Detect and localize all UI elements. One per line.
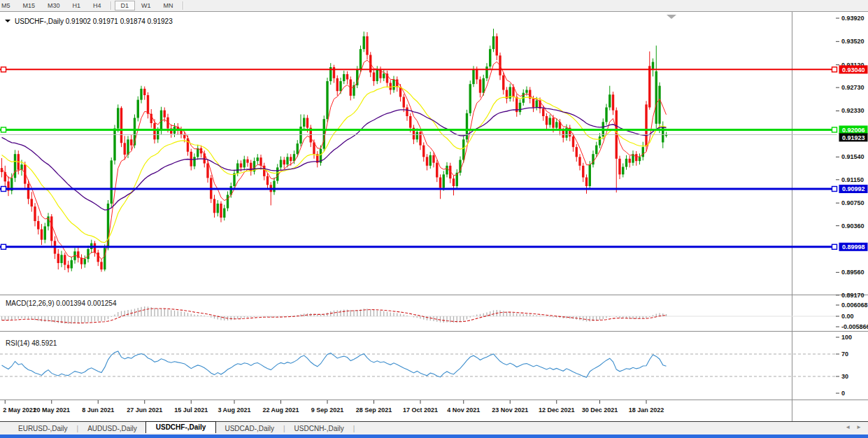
timeframe-button-m5[interactable]: M5 xyxy=(0,1,17,10)
candle xyxy=(605,107,607,122)
level-handle[interactable] xyxy=(832,127,837,132)
candle xyxy=(629,159,631,163)
macd-label: MACD(12,26,9) 0.001394 0.001254 xyxy=(6,299,117,307)
timeframe-button-h4[interactable]: H4 xyxy=(87,1,108,10)
candle xyxy=(422,146,425,157)
candle xyxy=(343,74,345,81)
timeframe-button-w1[interactable]: W1 xyxy=(135,1,157,10)
timeframe-button-mn[interactable]: MN xyxy=(157,1,180,10)
tab-divider: | xyxy=(353,425,356,432)
toolbar-separator xyxy=(111,1,112,10)
date-axis-label: 4 Nov 2021 xyxy=(447,407,480,414)
candle xyxy=(323,119,325,148)
candle xyxy=(383,73,385,78)
candle xyxy=(326,81,328,119)
candle xyxy=(662,126,664,142)
candle xyxy=(157,131,159,139)
level-handle[interactable] xyxy=(1,67,6,72)
macd-pane xyxy=(0,306,837,324)
candle xyxy=(143,89,145,95)
rsi-scale-label: 30 xyxy=(841,373,848,380)
tab-scroll-right-icon[interactable]: ► xyxy=(853,424,865,430)
candle xyxy=(120,108,122,143)
rsi-pane xyxy=(2,351,667,377)
timeframe-button-d1[interactable]: D1 xyxy=(115,1,136,10)
candle xyxy=(562,131,564,138)
candle xyxy=(652,62,654,69)
candle xyxy=(485,66,488,78)
candle xyxy=(336,78,339,91)
date-axis-label: 23 Nov 2021 xyxy=(492,407,528,414)
level-handle[interactable] xyxy=(832,186,837,191)
rsi-scale-label: 70 xyxy=(841,351,848,358)
price-axis-label: 0.90360 xyxy=(841,222,865,229)
price-axis-label: 0.89170 xyxy=(841,292,865,299)
candle xyxy=(483,78,485,93)
candle xyxy=(390,83,392,90)
candle xyxy=(625,159,627,167)
tab-audusd-daily[interactable]: AUDUSD-,Daily xyxy=(79,424,145,433)
tab-eurusd-daily[interactable]: EURUSD-,Daily xyxy=(10,424,76,433)
candle xyxy=(609,94,611,107)
chart-shift-marker-icon[interactable] xyxy=(667,15,676,19)
date-axis-label: 17 Oct 2021 xyxy=(403,407,438,414)
symbol-title: USDCHF-,Daily 0.91902 0.91971 0.91874 0.… xyxy=(15,17,173,25)
date-axis-label: 18 Jan 2022 xyxy=(629,407,664,414)
level-handle[interactable] xyxy=(832,244,837,249)
trading-terminal: M5M15M30H1H4D1W1MN 0.939200.935200.93120… xyxy=(0,0,868,438)
main-price-pane xyxy=(1,29,667,272)
candle xyxy=(246,160,248,163)
candle xyxy=(542,108,544,116)
tab-scroll-left-icon[interactable]: ◄ xyxy=(842,424,853,430)
candle xyxy=(41,229,43,240)
candle xyxy=(618,159,620,174)
candle xyxy=(555,122,557,127)
candle xyxy=(429,155,432,166)
candle xyxy=(223,209,225,218)
candle xyxy=(37,221,39,229)
price-axis-label: 0.89560 xyxy=(841,269,865,276)
candle xyxy=(297,143,299,154)
ma-slow-line xyxy=(2,108,667,210)
date-axis-label: 27 Jun 2021 xyxy=(127,407,162,414)
ma-fast-line xyxy=(2,60,667,260)
level-0.92006-badge-label: 0.92006 xyxy=(842,127,865,134)
candle xyxy=(64,255,66,264)
candle xyxy=(658,86,660,124)
candle xyxy=(87,249,89,259)
level-0.89998-badge-label: 0.89998 xyxy=(842,243,865,250)
price-axis-label: 0.92730 xyxy=(841,84,865,91)
candle xyxy=(552,118,554,127)
candle xyxy=(137,100,139,118)
candle xyxy=(549,118,551,125)
candle xyxy=(536,100,538,107)
date-axis-label: 9 Sep 2021 xyxy=(311,407,344,414)
tab-usdchf-daily[interactable]: USDCHF-,Daily xyxy=(145,421,217,433)
symbol-dropdown-icon[interactable] xyxy=(5,20,10,22)
chart-canvas: 0.939200.935200.931200.927300.923300.915… xyxy=(0,0,868,438)
rsi-label: RSI(14) 48.5921 xyxy=(6,339,57,347)
candle xyxy=(34,206,36,221)
timeframe-button-m15[interactable]: M15 xyxy=(17,1,42,10)
candle xyxy=(502,76,504,90)
rsi-line xyxy=(2,351,667,377)
candle xyxy=(406,107,408,115)
candle xyxy=(147,95,149,114)
timeframe-button-m30[interactable]: M30 xyxy=(41,1,66,10)
candle xyxy=(572,136,574,147)
candle xyxy=(426,157,428,165)
level-0.90992-badge-label: 0.90992 xyxy=(842,185,865,192)
candle xyxy=(67,264,69,268)
level-handle[interactable] xyxy=(832,67,837,72)
level-handle[interactable] xyxy=(1,127,6,132)
date-axis-label: 30 Dec 2021 xyxy=(582,407,618,414)
candle xyxy=(436,163,438,178)
candle xyxy=(180,131,182,134)
level-handle[interactable] xyxy=(1,244,6,249)
tab-usdcad-daily[interactable]: USDCAD-,Daily xyxy=(216,424,283,433)
level-handle[interactable] xyxy=(1,186,6,191)
date-axis-label: 2 May 2021 xyxy=(3,407,36,414)
timeframe-button-h1[interactable]: H1 xyxy=(66,1,87,10)
tab-usdcnh-daily[interactable]: USDCNH-,Daily xyxy=(286,424,353,433)
candle xyxy=(642,147,644,157)
